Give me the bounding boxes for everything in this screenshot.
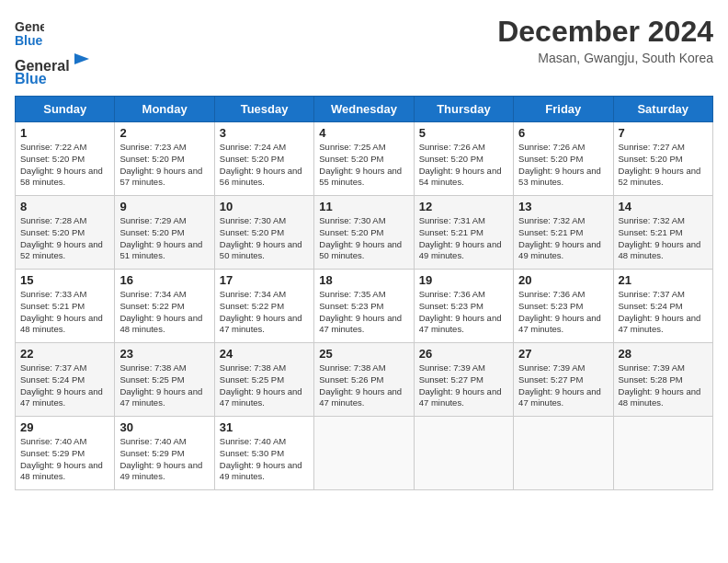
day-header-friday: Friday	[514, 97, 613, 122]
day-number: 13	[518, 200, 608, 213]
day-header-sunday: Sunday	[16, 97, 115, 122]
day-detail: Sunrise: 7:30 AMSunset: 5:20 PMDaylight:…	[220, 215, 309, 262]
day-number: 3	[220, 126, 309, 140]
day-number: 20	[518, 273, 608, 287]
day-detail: Sunrise: 7:37 AMSunset: 5:24 PMDaylight:…	[619, 289, 708, 336]
page-header: General Blue General Blue December 2024 …	[15, 15, 713, 86]
day-detail: Sunrise: 7:33 AMSunset: 5:21 PMDaylight:…	[20, 289, 109, 336]
day-number: 19	[419, 273, 508, 287]
day-detail: Sunrise: 7:26 AMSunset: 5:20 PMDaylight:…	[518, 142, 608, 189]
day-detail: Sunrise: 7:28 AMSunset: 5:20 PMDaylight:…	[20, 215, 109, 262]
day-header-tuesday: Tuesday	[214, 97, 313, 122]
calendar-cell: 30 Sunrise: 7:40 AMSunset: 5:29 PMDaylig…	[115, 417, 214, 490]
day-number: 27	[518, 347, 608, 361]
calendar-cell: 9 Sunrise: 7:29 AMSunset: 5:20 PMDayligh…	[115, 196, 214, 270]
day-detail: Sunrise: 7:36 AMSunset: 5:23 PMDaylight:…	[419, 289, 508, 336]
day-number: 30	[119, 420, 209, 434]
calendar-cell: 29 Sunrise: 7:40 AMSunset: 5:29 PMDaylig…	[16, 417, 115, 490]
logo: General Blue General Blue	[15, 15, 91, 86]
day-detail: Sunrise: 7:40 AMSunset: 5:29 PMDaylight:…	[20, 436, 109, 483]
calendar-cell: 16 Sunrise: 7:34 AMSunset: 5:22 PMDaylig…	[115, 270, 214, 343]
calendar-cell	[514, 417, 613, 490]
calendar-cell: 1 Sunrise: 7:22 AMSunset: 5:20 PMDayligh…	[16, 122, 115, 196]
day-number: 31	[220, 420, 309, 434]
day-number: 6	[518, 126, 608, 140]
calendar-cell: 23 Sunrise: 7:38 AMSunset: 5:25 PMDaylig…	[115, 343, 214, 417]
calendar-cell: 8 Sunrise: 7:28 AMSunset: 5:20 PMDayligh…	[16, 196, 115, 270]
day-number: 22	[20, 347, 109, 361]
day-detail: Sunrise: 7:23 AMSunset: 5:20 PMDaylight:…	[119, 142, 209, 189]
day-detail: Sunrise: 7:34 AMSunset: 5:22 PMDaylight:…	[220, 289, 309, 336]
calendar-cell: 20 Sunrise: 7:36 AMSunset: 5:23 PMDaylig…	[514, 270, 613, 343]
calendar-cell: 12 Sunrise: 7:31 AMSunset: 5:21 PMDaylig…	[414, 196, 513, 270]
day-detail: Sunrise: 7:39 AMSunset: 5:27 PMDaylight:…	[518, 362, 608, 409]
day-number: 18	[319, 273, 408, 287]
calendar-cell: 17 Sunrise: 7:34 AMSunset: 5:22 PMDaylig…	[214, 270, 313, 343]
calendar-cell: 5 Sunrise: 7:26 AMSunset: 5:20 PMDayligh…	[414, 122, 513, 196]
day-detail: Sunrise: 7:39 AMSunset: 5:27 PMDaylight:…	[419, 362, 508, 409]
calendar-cell: 7 Sunrise: 7:27 AMSunset: 5:20 PMDayligh…	[613, 122, 712, 196]
day-header-thursday: Thursday	[414, 97, 513, 122]
day-detail: Sunrise: 7:27 AMSunset: 5:20 PMDaylight:…	[619, 142, 708, 189]
day-detail: Sunrise: 7:22 AMSunset: 5:20 PMDaylight:…	[20, 142, 109, 189]
day-number: 14	[619, 200, 708, 213]
calendar-cell	[414, 417, 513, 490]
day-number: 26	[419, 347, 508, 361]
day-number: 4	[319, 126, 408, 140]
day-number: 25	[319, 347, 408, 361]
calendar-cell: 24 Sunrise: 7:38 AMSunset: 5:25 PMDaylig…	[214, 343, 313, 417]
day-detail: Sunrise: 7:40 AMSunset: 5:29 PMDaylight:…	[119, 436, 209, 483]
logo-blue: Blue	[15, 72, 91, 86]
day-number: 24	[220, 347, 309, 361]
day-number: 5	[419, 126, 508, 140]
day-detail: Sunrise: 7:31 AMSunset: 5:21 PMDaylight:…	[419, 215, 508, 262]
day-number: 9	[119, 200, 209, 213]
day-detail: Sunrise: 7:32 AMSunset: 5:21 PMDaylight:…	[619, 215, 708, 262]
logo-flag-icon	[71, 52, 91, 72]
day-detail: Sunrise: 7:38 AMSunset: 5:25 PMDaylight:…	[119, 362, 209, 409]
svg-text:General: General	[15, 19, 44, 34]
day-header-monday: Monday	[115, 97, 214, 122]
day-detail: Sunrise: 7:37 AMSunset: 5:24 PMDaylight:…	[20, 362, 109, 409]
day-header-wednesday: Wednesday	[314, 97, 414, 122]
calendar-cell: 10 Sunrise: 7:30 AMSunset: 5:20 PMDaylig…	[214, 196, 313, 270]
day-detail: Sunrise: 7:36 AMSunset: 5:23 PMDaylight:…	[518, 289, 608, 336]
day-detail: Sunrise: 7:40 AMSunset: 5:30 PMDaylight:…	[220, 436, 309, 483]
day-detail: Sunrise: 7:38 AMSunset: 5:25 PMDaylight:…	[220, 362, 309, 409]
day-detail: Sunrise: 7:39 AMSunset: 5:28 PMDaylight:…	[619, 362, 708, 409]
day-number: 21	[619, 273, 708, 287]
calendar-cell	[314, 417, 414, 490]
calendar-cell: 6 Sunrise: 7:26 AMSunset: 5:20 PMDayligh…	[514, 122, 613, 196]
calendar-cell: 26 Sunrise: 7:39 AMSunset: 5:27 PMDaylig…	[414, 343, 513, 417]
calendar-cell: 14 Sunrise: 7:32 AMSunset: 5:21 PMDaylig…	[613, 196, 712, 270]
calendar-cell: 31 Sunrise: 7:40 AMSunset: 5:30 PMDaylig…	[214, 417, 313, 490]
calendar-cell: 13 Sunrise: 7:32 AMSunset: 5:21 PMDaylig…	[514, 196, 613, 270]
day-detail: Sunrise: 7:24 AMSunset: 5:20 PMDaylight:…	[220, 142, 309, 189]
day-header-saturday: Saturday	[613, 97, 712, 122]
day-detail: Sunrise: 7:30 AMSunset: 5:20 PMDaylight:…	[319, 215, 408, 262]
calendar-cell: 21 Sunrise: 7:37 AMSunset: 5:24 PMDaylig…	[613, 270, 712, 343]
day-number: 29	[20, 420, 109, 434]
day-number: 7	[619, 126, 708, 140]
calendar-cell: 3 Sunrise: 7:24 AMSunset: 5:20 PMDayligh…	[214, 122, 313, 196]
calendar-cell	[613, 417, 712, 490]
day-number: 10	[220, 200, 309, 213]
day-number: 23	[119, 347, 209, 361]
location-subtitle: Masan, Gwangju, South Korea	[497, 51, 713, 65]
title-block: December 2024 Masan, Gwangju, South Kore…	[497, 15, 713, 65]
calendar-cell: 18 Sunrise: 7:35 AMSunset: 5:23 PMDaylig…	[314, 270, 414, 343]
day-number: 16	[119, 273, 209, 287]
calendar-cell: 22 Sunrise: 7:37 AMSunset: 5:24 PMDaylig…	[16, 343, 115, 417]
day-detail: Sunrise: 7:25 AMSunset: 5:20 PMDaylight:…	[319, 142, 408, 189]
day-number: 15	[20, 273, 109, 287]
calendar-cell: 19 Sunrise: 7:36 AMSunset: 5:23 PMDaylig…	[414, 270, 513, 343]
calendar-cell: 11 Sunrise: 7:30 AMSunset: 5:20 PMDaylig…	[314, 196, 414, 270]
svg-text:Blue: Blue	[15, 33, 43, 48]
svg-marker-3	[74, 53, 89, 64]
calendar-table: SundayMondayTuesdayWednesdayThursdayFrid…	[15, 96, 713, 490]
calendar-cell: 27 Sunrise: 7:39 AMSunset: 5:27 PMDaylig…	[514, 343, 613, 417]
calendar-cell: 15 Sunrise: 7:33 AMSunset: 5:21 PMDaylig…	[16, 270, 115, 343]
day-number: 17	[220, 273, 309, 287]
day-detail: Sunrise: 7:38 AMSunset: 5:26 PMDaylight:…	[319, 362, 408, 409]
day-number: 28	[619, 347, 708, 361]
